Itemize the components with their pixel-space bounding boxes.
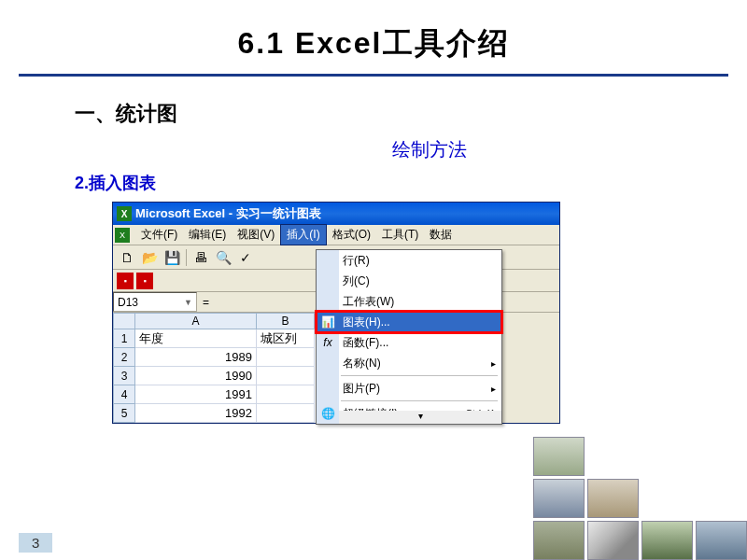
thumbnail-strip <box>533 437 747 560</box>
menu-item-worksheet[interactable]: 工作表(W) <box>317 291 501 312</box>
print-preview-icon[interactable]: 🔍 <box>213 247 233 268</box>
titlebar-text: Microsoft Excel - 实习一统计图表 <box>135 205 321 222</box>
grid-row: 5 1992 <box>113 404 316 423</box>
fx-equals: = <box>203 296 209 309</box>
col-header-b[interactable]: B <box>257 313 315 329</box>
cell[interactable]: 1992 <box>135 404 257 423</box>
menubar: X 文件(F) 编辑(E) 视图(V) 插入(I) 格式(O) 工具(T) 数据 <box>113 225 559 245</box>
thumbnail-image <box>587 479 639 518</box>
menu-item-function[interactable]: fx 函数(F)... <box>317 332 501 353</box>
pdf-icon[interactable]: ▪ <box>117 273 134 289</box>
row-header[interactable]: 1 <box>113 329 135 348</box>
menu-view[interactable]: 视图(V) <box>232 225 280 245</box>
menu-edit[interactable]: 编辑(E) <box>183 225 232 245</box>
page-number: 3 <box>19 533 52 553</box>
cell[interactable] <box>257 404 315 423</box>
menu-item-chart[interactable]: 📊 图表(H)... <box>317 312 501 332</box>
excel-doc-icon: X <box>115 228 130 243</box>
menu-data[interactable]: 数据 <box>424 225 458 245</box>
menu-separator <box>341 400 498 401</box>
insert-dropdown-menu: 行(R) 列(C) 工作表(W) 📊 图表(H)... fx 函数(F)... … <box>316 249 502 425</box>
submenu-arrow-icon: ▸ <box>491 358 496 369</box>
fx-icon: fx <box>319 334 336 351</box>
chart-icon: 📊 <box>319 314 336 330</box>
print-icon[interactable]: 🖶 <box>190 247 211 268</box>
menu-insert[interactable]: 插入(I) <box>280 224 326 245</box>
name-box[interactable]: D13 ▼ <box>113 292 197 312</box>
cell[interactable] <box>257 367 315 385</box>
sheet-area: A B 1 年度 城区列 2 1989 3 199 <box>113 313 559 423</box>
cell[interactable] <box>257 385 315 404</box>
cell[interactable]: 1991 <box>135 385 257 404</box>
menu-item-row[interactable]: 行(R) <box>317 250 501 271</box>
heading-2: 2.插入图表 <box>75 172 672 194</box>
pdf-icon-2[interactable]: ▪ <box>136 273 153 289</box>
grid-row: 2 1989 <box>113 348 316 367</box>
name-box-value: D13 <box>118 296 138 309</box>
content-area: 一、统计图 绘制方法 2.插入图表 X Microsoft Excel - 实习… <box>0 100 747 424</box>
grid-row: 3 1990 <box>113 367 316 385</box>
formula-area: = <box>197 292 215 312</box>
cell[interactable]: 1990 <box>135 367 257 385</box>
spreadsheet-grid: A B 1 年度 城区列 2 1989 3 199 <box>113 313 316 423</box>
column-headers: A B <box>113 313 316 329</box>
menu-item-picture[interactable]: 图片(P) ▸ <box>317 378 501 399</box>
grid-row: 1 年度 城区列 <box>113 329 316 348</box>
slide-title: 6.1 Excel工具介绍 <box>0 0 747 74</box>
thumbnail-image <box>533 479 585 518</box>
titlebar: X Microsoft Excel - 实习一统计图表 <box>113 203 559 225</box>
cell[interactable] <box>257 348 315 367</box>
row-header[interactable]: 4 <box>113 385 135 404</box>
menu-file[interactable]: 文件(F) <box>135 225 183 245</box>
cell[interactable]: 城区列 <box>257 329 315 348</box>
thumbnail-image <box>533 521 585 560</box>
excel-window: X Microsoft Excel - 实习一统计图表 X 文件(F) 编辑(E… <box>112 202 560 424</box>
cell[interactable]: 年度 <box>135 329 257 348</box>
menu-expand-chevron-icon[interactable]: ▾ <box>339 411 501 424</box>
heading-1: 一、统计图 <box>75 100 672 128</box>
open-icon[interactable]: 📂 <box>139 247 160 268</box>
row-header[interactable]: 3 <box>113 367 135 385</box>
separator <box>186 249 187 266</box>
thumbnail-image <box>641 521 693 560</box>
globe-icon: 🌐 <box>319 405 336 422</box>
menu-item-column[interactable]: 列(C) <box>317 271 501 291</box>
dropdown-arrow-icon[interactable]: ▼ <box>184 298 192 307</box>
save-icon[interactable]: 💾 <box>162 247 182 268</box>
menu-format[interactable]: 格式(O) <box>327 225 376 245</box>
thumbnail-image <box>587 521 639 560</box>
excel-app-icon: X <box>117 206 132 221</box>
menu-separator <box>341 375 498 376</box>
spell-check-icon[interactable]: ✓ <box>235 247 256 268</box>
cell[interactable]: 1989 <box>135 348 257 367</box>
thumbnail-image <box>533 437 585 476</box>
method-label: 绘制方法 <box>187 137 672 162</box>
new-icon[interactable]: 🗋 <box>117 247 137 268</box>
col-header-a[interactable]: A <box>135 313 257 329</box>
menu-tools[interactable]: 工具(T) <box>376 225 424 245</box>
row-header[interactable]: 5 <box>113 404 135 423</box>
thumbnail-image <box>696 521 747 560</box>
title-underline <box>19 74 728 77</box>
grid-row: 4 1991 <box>113 385 316 404</box>
row-header[interactable]: 2 <box>113 348 135 367</box>
menu-item-name[interactable]: 名称(N) ▸ <box>317 353 501 373</box>
select-all-corner[interactable] <box>113 313 135 329</box>
submenu-arrow-icon: ▸ <box>491 384 496 394</box>
